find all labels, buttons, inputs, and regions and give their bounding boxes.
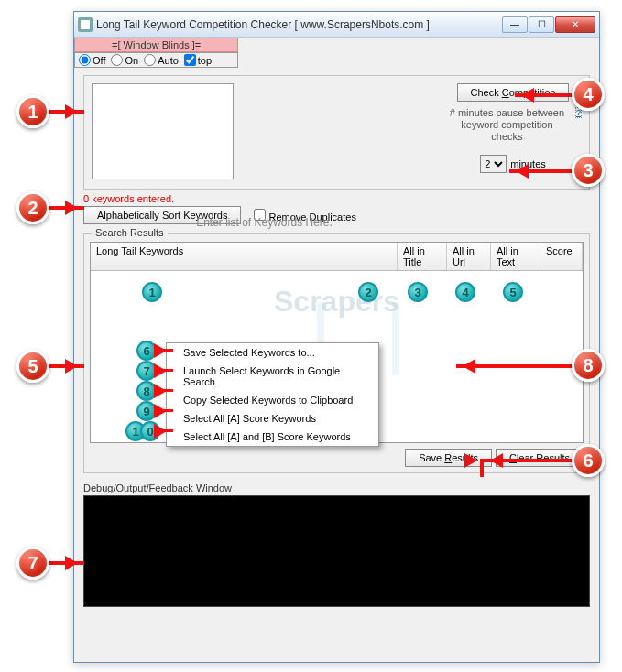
remove-duplicates-check[interactable]: Remove Duplicates <box>254 209 355 222</box>
arrow-7 <box>48 561 84 565</box>
sort-keywords-button[interactable]: Alphabetically Sort Keywords <box>83 206 241 224</box>
callout-4: 4 <box>572 78 605 111</box>
ctx-arrow-10 <box>160 429 173 432</box>
col-marker-1: 1 <box>142 282 162 302</box>
grid-body[interactable]: Scrapers 1 2 3 4 5 Save Selected Keyword… <box>91 271 583 447</box>
watermark: Scrapers <box>274 285 399 319</box>
callout-5: 5 <box>16 350 49 383</box>
callout-2: 2 <box>16 191 49 224</box>
check-competition-button[interactable]: Check Competition <box>457 83 570 102</box>
app-icon <box>78 17 93 32</box>
close-button[interactable]: ✕ <box>555 16 595 33</box>
callout-6: 6 <box>572 444 605 477</box>
results-grid[interactable]: Long Tail Keywords All in Title All in U… <box>90 242 584 443</box>
ctx-arrow-8 <box>157 389 173 392</box>
callout-1: 1 <box>16 95 49 128</box>
svg-rect-1 <box>81 20 90 29</box>
col-text[interactable]: All in Text <box>491 243 540 270</box>
arrow-6v <box>480 459 484 477</box>
col-url[interactable]: All in Url <box>447 243 491 270</box>
app-window: Long Tail Keyword Competition Checker [ … <box>73 11 600 663</box>
context-menu: Save Selected Keywords to... Launch Sele… <box>166 342 379 447</box>
blinds-title: =[ Window Blinds ]= <box>74 38 238 52</box>
pause-label: # minutes pause between keyword competit… <box>444 107 570 144</box>
debug-label: Debug/Output/Feedback Window <box>83 482 590 493</box>
col-marker-3: 3 <box>408 282 428 302</box>
debug-window[interactable] <box>83 495 590 607</box>
ctx-select-ab[interactable]: Select All [A] and [B] Score Keywords <box>167 428 378 446</box>
col-marker-5: 5 <box>503 282 523 302</box>
keyword-count: 0 keywords entered. <box>83 193 174 204</box>
col-keywords[interactable]: Long Tail Keywords <box>91 243 398 270</box>
arrow-8 <box>456 364 573 368</box>
minimize-button[interactable]: — <box>502 16 528 33</box>
arrow-3 <box>509 169 573 173</box>
blinds-top[interactable]: top <box>184 54 212 66</box>
col-marker-4: 4 <box>455 282 475 302</box>
ctx-launch-google[interactable]: Launch Select Keywords in Google Search <box>167 362 378 391</box>
ctx-arrow-9 <box>157 409 173 412</box>
titlebar[interactable]: Long Tail Keyword Competition Checker [ … <box>74 12 599 38</box>
keywords-input[interactable] <box>92 83 234 179</box>
window-title: Long Tail Keyword Competition Checker [ … <box>96 18 501 31</box>
col-marker-2: 2 <box>358 282 378 302</box>
clear-results-button[interactable]: Clear Results <box>496 449 584 467</box>
callout-3: 3 <box>572 154 605 187</box>
minutes-select[interactable]: 2 <box>480 155 507 173</box>
results-fieldset: Search Results Long Tail Keywords All in… <box>83 233 590 473</box>
arrow-2 <box>48 206 84 210</box>
maximize-button[interactable]: ☐ <box>529 16 554 33</box>
callout-8: 8 <box>572 349 605 382</box>
col-score[interactable]: Score <box>540 243 583 270</box>
col-title[interactable]: All in Title <box>398 243 447 270</box>
grid-header: Long Tail Keywords All in Title All in U… <box>91 243 583 271</box>
arrow-1 <box>48 110 84 114</box>
blinds-off[interactable]: Off <box>79 54 105 66</box>
blinds-auto[interactable]: Auto <box>144 54 179 66</box>
results-legend: Search Results <box>92 227 168 238</box>
blinds-options: Off On Auto top <box>74 52 238 68</box>
ctx-select-a[interactable]: Select All [A] Score Keywords <box>167 409 378 428</box>
arrow-5 <box>48 364 84 368</box>
blinds-on[interactable]: On <box>111 54 138 66</box>
arrow-6 <box>484 459 573 462</box>
arrow-4 <box>515 93 573 97</box>
ctx-save-selected[interactable]: Save Selected Keywords to... <box>167 343 378 362</box>
ctx-arrow-7 <box>157 369 173 372</box>
callout-7: 7 <box>16 547 49 580</box>
ctx-copy-clipboard[interactable]: Copy Selected Keywords to Clipboard <box>167 391 378 409</box>
ctx-arrow-6 <box>157 349 173 352</box>
